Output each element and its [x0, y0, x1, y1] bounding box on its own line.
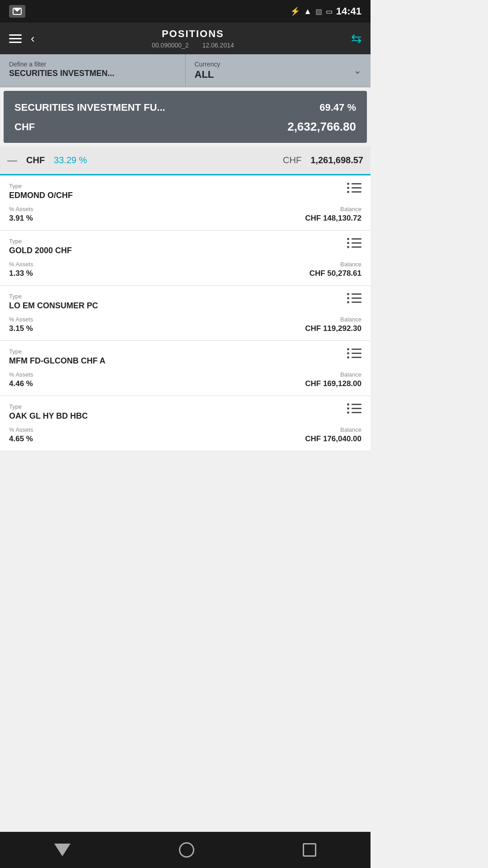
- currency-info: Currency ALL: [195, 61, 354, 80]
- type-label: Type: [9, 293, 98, 300]
- position-left: Type MFM FD-GLCONB CHF A: [9, 348, 105, 366]
- summary-card: SECURITIES INVESTMENT FU... 69.47 % CHF …: [4, 91, 367, 143]
- list-item[interactable]: Type LO EM CONSUMER PC % Assets 3.15 % B…: [0, 286, 371, 341]
- balance-label: Balance: [305, 206, 361, 212]
- tab-percentage: 33.29 %: [54, 155, 87, 165]
- assets-value: 4.46 %: [9, 379, 33, 388]
- list-item[interactable]: Type EDMOND O/CHF % Assets 3.91 % Balanc…: [0, 175, 371, 231]
- type-label: Type: [9, 238, 72, 245]
- item-menu-icon[interactable]: [347, 403, 361, 414]
- item-menu-icon[interactable]: [347, 183, 361, 193]
- item-menu-icon[interactable]: [347, 348, 361, 359]
- type-value: EDMOND O/CHF: [9, 191, 73, 200]
- item-menu-icon[interactable]: [347, 293, 361, 303]
- assets-section: % Assets 3.15 %: [9, 316, 33, 333]
- position-footer: % Assets 1.33 % Balance CHF 50,278.61: [9, 261, 361, 278]
- type-label: Type: [9, 348, 105, 355]
- position-footer: % Assets 3.91 % Balance CHF 148,130.72: [9, 206, 361, 223]
- status-icons: ⚡ ▲ ▧ ▭ 14:41: [290, 5, 361, 17]
- balance-value: CHF 148,130.72: [305, 214, 361, 223]
- position-left: Type GOLD 2000 CHF: [9, 238, 72, 255]
- position-left: Type EDMOND O/CHF: [9, 183, 73, 200]
- balance-section: Balance CHF 169,128.00: [305, 371, 361, 388]
- type-value: MFM FD-GLCONB CHF A: [9, 356, 105, 366]
- wifi-icon: ▲: [304, 7, 312, 16]
- back-button[interactable]: ‹: [31, 33, 35, 44]
- tab-dash: —: [7, 155, 17, 166]
- fund-percentage: 69.47 %: [319, 102, 356, 113]
- assets-value: 1.33 %: [9, 269, 33, 278]
- currency-label: Currency: [195, 61, 354, 68]
- positions-list: Type EDMOND O/CHF % Assets 3.91 % Balanc…: [0, 175, 371, 451]
- page-title: POSITIONS: [152, 28, 234, 40]
- top-navigation: ‹ POSITIONS 00.090000_2 12.06.2014 ⇆: [0, 23, 371, 54]
- nav-date: 12.06.2014: [202, 42, 234, 49]
- swap-button[interactable]: ⇆: [351, 31, 361, 46]
- currency-section[interactable]: Currency ALL ⌄: [186, 54, 371, 87]
- status-bar: ⚡ ▲ ▧ ▭ 14:41: [0, 0, 371, 23]
- assets-value: 3.15 %: [9, 324, 33, 333]
- position-footer: % Assets 4.46 % Balance CHF 169,128.00: [9, 371, 361, 388]
- balance-label: Balance: [305, 426, 361, 433]
- nav-subtitle: 00.090000_2 12.06.2014: [152, 42, 234, 49]
- balance-section: Balance CHF 119,292.30: [305, 316, 361, 333]
- balance-label: Balance: [310, 261, 361, 268]
- account-number: 00.090000_2: [152, 42, 189, 49]
- svg-marker-1: [13, 8, 21, 12]
- assets-section: % Assets 1.33 %: [9, 261, 33, 278]
- home-nav-button[interactable]: [179, 842, 194, 858]
- tab-currency1: CHF: [26, 155, 45, 165]
- fund-amount: 2,632,766.80: [287, 120, 356, 134]
- balance-section: Balance CHF 50,278.61: [310, 261, 361, 278]
- home-nav-icon: [179, 842, 194, 858]
- position-header: Type LO EM CONSUMER PC: [9, 293, 361, 311]
- recent-nav-button[interactable]: [303, 843, 316, 857]
- position-left: Type LO EM CONSUMER PC: [9, 293, 98, 311]
- balance-value: CHF 176,040.00: [305, 434, 361, 443]
- hamburger-menu[interactable]: [9, 34, 22, 43]
- assets-label: % Assets: [9, 206, 33, 212]
- assets-section: % Assets 4.46 %: [9, 371, 33, 388]
- balance-value: CHF 169,128.00: [305, 379, 361, 388]
- nav-center: POSITIONS 00.090000_2 12.06.2014: [152, 28, 234, 49]
- tab-row[interactable]: — CHF 33.29 % CHF 1,261,698.57: [0, 146, 371, 175]
- balance-value: CHF 119,292.30: [305, 324, 361, 333]
- summary-top-row: SECURITIES INVESTMENT FU... 69.47 %: [14, 102, 356, 113]
- balance-label: Balance: [305, 316, 361, 323]
- bottom-navigation: [0, 832, 371, 868]
- type-label: Type: [9, 403, 88, 410]
- balance-section: Balance CHF 176,040.00: [305, 426, 361, 443]
- position-header: Type GOLD 2000 CHF: [9, 238, 361, 255]
- notification-icon: [9, 5, 25, 18]
- filter-value: SECURITIES INVESTMEN...: [9, 69, 176, 78]
- type-label: Type: [9, 183, 73, 189]
- fund-currency: CHF: [14, 121, 35, 133]
- list-item[interactable]: Type OAK GL HY BD HBC % Assets 4.65 % Ba…: [0, 396, 371, 451]
- assets-value: 3.91 %: [9, 214, 33, 223]
- list-item[interactable]: Type MFM FD-GLCONB CHF A % Assets 4.46 %…: [0, 341, 371, 396]
- type-value: GOLD 2000 CHF: [9, 246, 72, 255]
- assets-section: % Assets 4.65 %: [9, 426, 33, 443]
- bluetooth-icon: ⚡: [290, 6, 300, 16]
- item-menu-icon[interactable]: [347, 238, 361, 248]
- position-header: Type OAK GL HY BD HBC: [9, 403, 361, 421]
- battery-icon: ▭: [326, 7, 333, 16]
- tab-amount: 1,261,698.57: [310, 155, 363, 165]
- position-footer: % Assets 4.65 % Balance CHF 176,040.00: [9, 426, 361, 443]
- nav-left-controls: ‹: [9, 33, 35, 44]
- position-footer: % Assets 3.15 % Balance CHF 119,292.30: [9, 316, 361, 333]
- back-nav-icon: [54, 844, 70, 856]
- type-value: LO EM CONSUMER PC: [9, 301, 98, 311]
- assets-label: % Assets: [9, 371, 33, 378]
- balance-label: Balance: [305, 371, 361, 378]
- currency-dropdown-arrow[interactable]: ⌄: [353, 65, 361, 76]
- currency-value: ALL: [195, 69, 354, 80]
- signal-icon: ▧: [315, 7, 322, 16]
- assets-label: % Assets: [9, 316, 33, 323]
- filter-label: Define a filter: [9, 61, 176, 68]
- assets-value: 4.65 %: [9, 434, 33, 443]
- back-nav-button[interactable]: [54, 844, 70, 856]
- filter-section[interactable]: Define a filter SECURITIES INVESTMEN...: [0, 54, 186, 87]
- assets-section: % Assets 3.91 %: [9, 206, 33, 223]
- list-item[interactable]: Type GOLD 2000 CHF % Assets 1.33 % Balan…: [0, 231, 371, 286]
